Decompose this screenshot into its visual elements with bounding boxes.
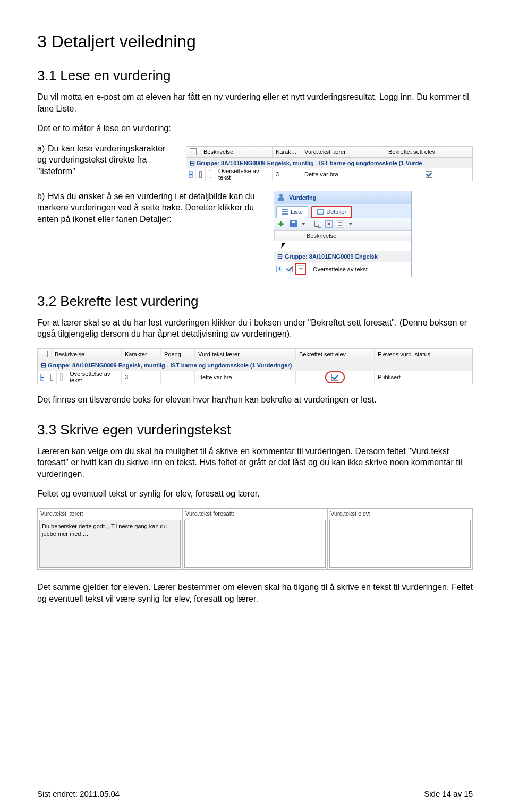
- intro-text: Du vil motta en e-post om at eleven har …: [37, 91, 473, 114]
- table-header: Beskrivelse Karakter Poeng Vurd.tekst læ…: [37, 348, 473, 360]
- plus-icon[interactable]: +: [189, 171, 193, 178]
- group-label: Gruppe: 8A/101ENG0009 Engelsk, muntlig -…: [197, 160, 422, 166]
- column-header-beskrivelse[interactable]: Beskrivelse: [274, 230, 411, 241]
- tree-icon[interactable]: [313, 220, 321, 228]
- footer-left: Sist endret: 2011.05.04: [37, 789, 120, 798]
- mouse-cursor-icon: [281, 243, 286, 249]
- col-beskrivelse[interactable]: Beskrivelse: [52, 349, 122, 360]
- group-label: Gruppe: 8A/101ENG0009 Engelsk, muntlig -…: [48, 362, 292, 369]
- table-header: Beskrivelse Karak… Vurd.tekst lærer Bekr…: [186, 146, 473, 158]
- collapse-icon[interactable]: ⊟: [277, 253, 283, 260]
- highlight-circle: [325, 371, 345, 384]
- page-icon[interactable]: [336, 220, 345, 228]
- col-vurd-tekst[interactable]: Vurd.tekst lærer: [301, 147, 385, 157]
- field-laerer: Vurd.tekst lærer: Du behersker dette god…: [38, 509, 183, 569]
- section-3-1-heading: 3.1 Lese en vurdering: [37, 67, 473, 84]
- card-icon: [317, 209, 324, 215]
- checkbox-icon[interactable]: [190, 148, 197, 155]
- group-row[interactable]: ⊟Gruppe: 8A/101ENG0009 Engelsk: [274, 251, 411, 262]
- section-3-2-heading: 3.2 Bekrefte lest vurdering: [37, 293, 473, 310]
- list-label-b: b): [37, 191, 48, 202]
- row-text: Oversettelse av tekst: [313, 266, 368, 272]
- checkbox[interactable]: [41, 351, 48, 357]
- group-label: Gruppe: 8A/101ENG0009 Engelsk: [285, 253, 378, 260]
- detail-icon[interactable]: [209, 170, 211, 178]
- list-label-a: a): [37, 143, 48, 155]
- row-checkbox[interactable]: [50, 374, 53, 381]
- chapter-heading: 3 Detaljert veiledning: [37, 32, 473, 52]
- cell-poeng: [161, 371, 195, 384]
- toolbar: ✚ ✕: [274, 218, 411, 230]
- s33-p1: Læreren kan velge om du skal ha mulighet…: [37, 446, 473, 480]
- col-vurd-tekst[interactable]: Vurd.tekst lærer: [195, 349, 296, 360]
- col-poeng[interactable]: Poeng: [161, 349, 195, 360]
- footer-right: Side 14 av 15: [424, 789, 473, 798]
- screenshot-list-view-1: Beskrivelse Karak… Vurd.tekst lærer Bekr…: [186, 146, 473, 181]
- list-a-text: Du kan lese vurderingskarakter og vurder…: [37, 144, 165, 176]
- field-elev: Vurd.tekst elev:: [328, 509, 472, 569]
- screenshot-confirm-row: Beskrivelse Karakter Poeng Vurd.tekst læ…: [37, 348, 473, 384]
- add-icon[interactable]: ✚: [277, 220, 285, 228]
- table-row[interactable]: + Oversettelse av tekst 3 Dette var bra: [186, 168, 473, 181]
- cell-beskrivelse: Oversettelse av tekst: [215, 168, 273, 181]
- col-status[interactable]: Elevens vurd. status: [375, 349, 472, 360]
- detail-icon[interactable]: [60, 373, 63, 381]
- tab-liste[interactable]: Liste: [276, 206, 308, 218]
- textarea-elev[interactable]: [329, 520, 471, 568]
- tab-liste-label: Liste: [291, 209, 303, 215]
- group-row[interactable]: ⊟ Gruppe: 8A/101ENG0009 Engelsk, muntlig…: [186, 158, 473, 168]
- person-icon: [277, 193, 286, 202]
- row-checkbox[interactable]: [286, 266, 293, 272]
- confirm-checkbox[interactable]: [332, 374, 338, 381]
- tab-detaljer-label: Detaljer: [326, 209, 346, 215]
- lead-text: Det er to måter å lese en vurdering:: [37, 123, 473, 134]
- row-checkbox[interactable]: [199, 171, 202, 178]
- textarea-foresatt[interactable]: [184, 520, 326, 568]
- save-icon[interactable]: [289, 220, 298, 228]
- data-row[interactable]: + Oversettelse av tekst: [274, 262, 411, 277]
- dropdown-arrow-icon[interactable]: [302, 223, 305, 225]
- table-row[interactable]: + Oversettelse av tekst 3 Dette var bra …: [37, 371, 473, 384]
- label-foresatt: Vurd.tekst foresatt:: [183, 509, 327, 518]
- panel-title: Vurdering: [274, 191, 411, 204]
- label-elev: Vurd.tekst elev:: [328, 509, 472, 518]
- list-b-text: Hvis du ønsker å se en vurdering i et de…: [37, 192, 255, 224]
- detail-icon[interactable]: [297, 265, 304, 272]
- col-beskrivelse[interactable]: Beskrivelse: [200, 147, 273, 157]
- field-foresatt: Vurd.tekst foresatt:: [183, 509, 328, 569]
- cell-karakter: 3: [273, 168, 301, 181]
- col-bekreftet[interactable]: Bekreftet sett elev: [296, 349, 375, 360]
- s33-p2: Feltet og eventuell tekst er synlig for …: [37, 488, 473, 500]
- cell-tekst: Dette var bra: [195, 371, 296, 384]
- collapse-icon[interactable]: ⊟: [190, 159, 195, 167]
- label-laerer: Vurd.tekst lærer:: [38, 509, 182, 518]
- panel-title-text: Vurdering: [289, 194, 317, 201]
- confirm-checkbox[interactable]: [426, 171, 432, 178]
- collapse-icon[interactable]: ⊟: [41, 362, 46, 369]
- textarea-laerer: Du behersker dette godt.., Til neste gan…: [39, 520, 181, 568]
- s32-p2: Det finnes en tilsvarende boks for eleve…: [37, 394, 473, 406]
- cell-beskrivelse: Oversettelse av tekst: [66, 371, 122, 384]
- clear-icon[interactable]: ✕: [325, 220, 333, 228]
- list-icon: [282, 209, 288, 215]
- group-row[interactable]: ⊟ Gruppe: 8A/101ENG0009 Engelsk, muntlig…: [37, 360, 473, 371]
- cell-karakter: 3: [122, 371, 161, 384]
- dropdown-arrow-icon-2[interactable]: [349, 223, 352, 225]
- col-karakter[interactable]: Karak…: [273, 147, 301, 157]
- cell-tekst: Dette var bra: [301, 168, 385, 181]
- s32-p1: For at lærer skal se at du har lest vurd…: [37, 317, 473, 340]
- cell-status: Publisert: [375, 371, 472, 384]
- screenshot-detaljer-panel: Vurdering Liste Detaljer ✚ ✕ Beskrivelse…: [274, 191, 412, 277]
- col-karakter[interactable]: Karakter: [122, 349, 161, 360]
- s33-p3: Det samme gjelder for eleven. Lærer best…: [37, 582, 473, 604]
- col-bekreftet[interactable]: Bekreftet sett elev: [385, 147, 472, 157]
- separator: [309, 220, 309, 228]
- section-3-3-heading: 3.3 Skrive egen vurderingstekst: [37, 422, 473, 438]
- plus-icon[interactable]: +: [40, 374, 45, 381]
- plus-icon[interactable]: +: [276, 266, 283, 272]
- tab-detaljer[interactable]: Detaljer: [311, 206, 352, 218]
- screenshot-vurderingstekst-fields: Vurd.tekst lærer: Du behersker dette god…: [37, 508, 473, 570]
- highlight-box: [295, 263, 306, 275]
